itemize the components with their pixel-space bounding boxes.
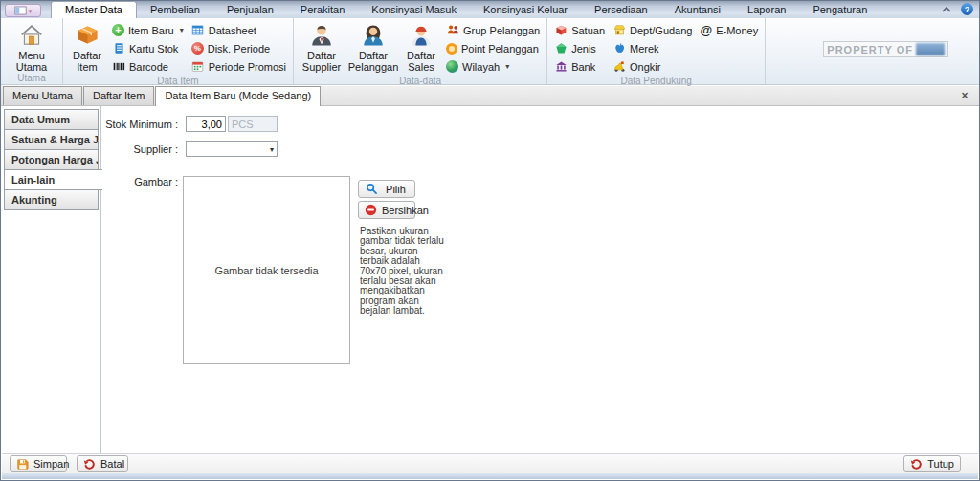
tab-pengaturan[interactable]: Pengaturan [799,2,880,18]
point-pelanggan-label: Point Pelanggan [461,43,539,55]
menu-utama-button[interactable]: Menu Utama [4,19,59,73]
tab-pembelian[interactable]: Pembelian [137,2,213,18]
wilayah-button[interactable]: Wilayah ▾ [442,57,544,76]
stock-card-icon [112,42,125,55]
plus-icon: + [112,24,124,36]
daftar-sales-button[interactable]: Daftar Sales [400,19,442,73]
warehouse-icon [612,24,626,37]
undo-arrow-icon [83,457,96,470]
gambar-note-text: Pastikan ukuran gambar tidak terlalu bes… [360,227,448,317]
doc-tab-daftar-item[interactable]: Daftar Item [83,86,154,105]
jenis-button[interactable]: Jenis [550,39,609,57]
ribbon-group-utama: Menu Utama Utama [1,18,63,84]
batal-button[interactable]: Batal [77,455,128,472]
help-icon[interactable]: ? [961,3,973,15]
chevron-down-icon[interactable]: ▾ [270,145,274,154]
kartu-stok-button[interactable]: Kartu Stok [108,39,188,57]
pilih-button[interactable]: Pilih [358,180,415,198]
at-sign-icon: @ [700,23,712,37]
dept-gudang-button[interactable]: Dept/Gudang [609,21,696,39]
ribbon-group-data-pendukung: Satuan Jenis Bank [547,18,766,84]
doc-tab-data-item-baru[interactable]: Data Item Baru (Mode Sedang) [155,86,321,106]
kartu-stok-label: Kartu Stok [129,43,178,55]
percent-icon: % [191,42,204,55]
window-icon [14,6,27,15]
ribbon-tab-bar: ▾ Master Data Pembelian Penjualan Peraki… [1,1,979,18]
point-pelanggan-button[interactable]: Point Pelanggan [442,39,544,57]
simpan-label: Simpan [33,458,69,470]
disk-periode-label: Disk. Periode [208,43,270,55]
gambar-placeholder-text: Gambar tidak tersedia [214,265,318,276]
stok-unit-field [228,116,278,132]
periode-promosi-button[interactable]: Periode Promosi [188,57,290,76]
tutup-button[interactable]: Tutup [903,455,961,472]
ribbon-group-data-item: Daftar Item + Item Baru ▾ Kartu Stok [63,18,294,84]
supplier-combobox[interactable]: ▾ [186,141,278,157]
close-icon[interactable]: × [958,89,971,102]
e-money-button[interactable]: @ E-Money [696,21,762,39]
doc-tab-menu-utama[interactable]: Menu Utama [3,86,82,105]
point-ring-icon [446,43,457,55]
satuan-button[interactable]: Satuan [550,21,609,39]
chevron-down-icon[interactable]: ▾ [505,62,509,71]
daftar-sales-label: Daftar Sales [403,50,439,73]
daftar-supplier-label: Daftar Supplier [300,50,344,73]
daftar-pelanggan-button[interactable]: Daftar Pelanggan [346,19,400,73]
tab-konsinyasi-keluar[interactable]: Konsinyasi Keluar [470,2,581,18]
customer-group-icon [446,24,459,37]
calendar-icon [191,60,205,74]
dept-gudang-label: Dept/Gudang [630,25,692,36]
barcode-button[interactable]: Barcode [108,57,188,76]
ongkir-button[interactable]: Ongkir [609,57,696,76]
tab-perakitan[interactable]: Perakitan [287,2,358,18]
menu-utama-label: Menu Utama [7,50,56,73]
minus-circle-icon [365,204,377,217]
ribbon-group-data-data: Daftar Supplier Daftar Pelanggan Daftar … [294,18,547,84]
barcode-label: Barcode [129,61,168,73]
pilih-label: Pilih [383,184,409,195]
bersihkan-button[interactable]: Bersihkan [358,201,415,219]
sidebar-item-data-umum[interactable]: Data Umum [4,109,99,130]
daftar-item-button[interactable]: Daftar Item [66,19,108,73]
sidebar-item-potongan-harga-jual[interactable]: Potongan Harga Jual [4,149,99,170]
daftar-supplier-button[interactable]: Daftar Supplier [297,19,346,73]
bank-building-icon [554,60,568,74]
tab-konsinyasi-masuk[interactable]: Konsinyasi Masuk [358,2,470,18]
redacted-logo [916,43,945,55]
item-baru-button[interactable]: + Item Baru ▾ [108,21,188,39]
footer-bar: Simpan Batal Tutup [2,453,978,473]
gambar-preview-box: Gambar tidak tersedia [183,176,350,364]
merek-button[interactable]: Merek [609,39,696,57]
tab-akuntansi[interactable]: Akuntansi [661,2,734,18]
status-strip [2,473,978,479]
barcode-icon [112,60,125,74]
package-icon [75,22,100,48]
datasheet-button[interactable]: Datasheet [188,21,290,39]
chevron-down-icon: ▾ [29,8,33,14]
tutup-label: Tutup [927,458,954,470]
grup-pelanggan-button[interactable]: Grup Pelanggan [442,21,544,39]
collapse-ribbon-icon[interactable] [940,4,953,15]
disk-periode-button[interactable]: % Disk. Periode [188,39,290,57]
stok-minimum-input[interactable] [186,116,226,132]
simpan-button[interactable]: Simpan [10,455,67,472]
tab-penjualan[interactable]: Penjualan [213,2,287,18]
home-icon [19,22,45,48]
quick-access-toolbar-button[interactable]: ▾ [5,4,41,17]
daftar-item-label: Daftar Item [69,50,105,73]
sidebar-item-lain-lain[interactable]: Lain-lain [4,169,102,190]
bank-button[interactable]: Bank [550,57,609,76]
tab-master-data[interactable]: Master Data [51,1,137,18]
application-window: ▾ Master Data Pembelian Penjualan Peraki… [0,0,980,481]
customer-person-icon [361,22,387,48]
main-panel: Data Umum Satuan & Harga Jual Potongan H… [2,106,978,453]
tab-laporan[interactable]: Laporan [734,2,799,18]
tab-persediaan[interactable]: Persediaan [581,2,661,18]
watermark-text: PROPERTY OF [827,44,913,55]
red-box-icon [554,24,568,37]
sidebar-item-satuan-harga-jual[interactable]: Satuan & Harga Jual [4,129,99,150]
sidebar-item-akunting[interactable]: Akunting [4,189,99,210]
merek-label: Merek [630,43,659,55]
chevron-down-icon[interactable]: ▾ [180,26,184,34]
ongkir-label: Ongkir [630,61,660,73]
